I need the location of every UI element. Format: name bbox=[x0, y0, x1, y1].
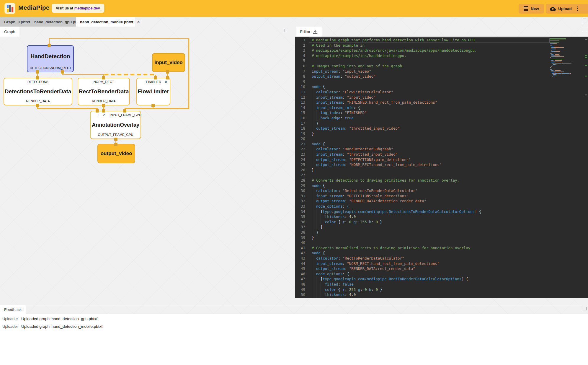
new-button[interactable]: New bbox=[519, 4, 544, 14]
popout-editor-icon[interactable] bbox=[583, 28, 586, 31]
feedback-panel-tab[interactable]: Feedback bbox=[0, 305, 26, 314]
port-connector bbox=[166, 70, 169, 74]
port-connector bbox=[102, 109, 105, 113]
port-connector bbox=[36, 104, 39, 107]
graph-node-annotation-overlay[interactable]: 1 2 INPUT_FRAME_GPU AnnotationOverlay OU… bbox=[90, 111, 141, 139]
graph-node-detections-to-render-data[interactable]: DETECTIONS DetectionsToRenderData RENDER… bbox=[4, 78, 72, 105]
graph-node-input-video[interactable]: input_video bbox=[152, 53, 185, 72]
new-list-icon bbox=[524, 6, 528, 11]
feedback-source: Uploader bbox=[2, 317, 21, 321]
close-icon[interactable]: ✕ bbox=[136, 20, 141, 24]
editor-panel-tab[interactable]: Editor bbox=[296, 27, 322, 37]
port-connector bbox=[151, 104, 155, 107]
port-connector bbox=[36, 76, 39, 79]
graph-panel-tab[interactable]: Graph bbox=[0, 27, 19, 37]
code-editor[interactable]: 1# MediaPipe graph that performs hand de… bbox=[295, 37, 588, 298]
download-icon[interactable] bbox=[313, 30, 318, 34]
graph-edge bbox=[188, 38, 189, 109]
feedback-strip bbox=[0, 305, 588, 314]
graph-node-hand-detection[interactable]: HandDetection DETECTIONS NORM_RECT bbox=[27, 45, 74, 72]
visit-pill: Visit us at mediapipe.dev bbox=[52, 4, 104, 13]
mediapipe-dev-link[interactable]: mediapipe.dev bbox=[74, 6, 100, 10]
graph-node-output-video[interactable]: output_video bbox=[97, 144, 135, 163]
file-tab-hand-detection-gpu[interactable]: hand_detection_gpu.pbtxt ✕ bbox=[30, 17, 82, 27]
editor-overview-ruler[interactable] bbox=[584, 37, 588, 298]
node-output-ports: RENDER_DATA bbox=[6, 99, 69, 103]
upload-button[interactable]: Upload bbox=[546, 4, 588, 14]
graph-back-edge-dashed bbox=[104, 74, 156, 75]
node-input-ports: NORM_RECT bbox=[81, 80, 127, 84]
code-lines[interactable]: 1# MediaPipe graph that performs hand de… bbox=[295, 38, 550, 298]
port-connector bbox=[114, 143, 117, 146]
node-input-ports: DETECTIONS bbox=[6, 80, 69, 84]
feedback-entry: Uploader Uploaded graph 'hand_detection_… bbox=[2, 317, 98, 321]
graph-edge bbox=[125, 108, 189, 109]
cloud-upload-icon bbox=[550, 6, 556, 11]
feedback-entry: Uploader Uploaded graph 'hand_detection_… bbox=[2, 324, 103, 329]
port-connector bbox=[48, 44, 51, 47]
graph-edge bbox=[62, 74, 104, 75]
port-connector bbox=[61, 70, 64, 74]
feedback-message: Uploaded graph 'hand_detection_mobile.pb… bbox=[21, 324, 103, 329]
node-output-ports: DETECTIONS NORM_RECT bbox=[30, 66, 71, 70]
graph-edge bbox=[49, 38, 189, 39]
graph-edge bbox=[37, 108, 98, 109]
graph-node-flow-limiter[interactable]: FINISHED 0 FlowLimiter bbox=[136, 78, 170, 105]
visit-prefix: Visit us at bbox=[56, 6, 73, 10]
mediapipe-logo-icon bbox=[4, 3, 15, 14]
editor-minimap[interactable] bbox=[550, 38, 583, 77]
node-input-ports: 1 2 INPUT_FRAME_GPU bbox=[93, 113, 138, 117]
node-output-ports: OUTPUT_FRAME_GPU bbox=[93, 133, 138, 136]
port-connector bbox=[102, 76, 105, 79]
port-connector bbox=[154, 76, 157, 79]
popout-graph-icon[interactable] bbox=[285, 29, 288, 32]
feedback-message: Uploaded graph 'hand_detection_gpu.pbtxt… bbox=[21, 317, 98, 321]
port-connector bbox=[114, 138, 117, 141]
node-input-ports: FINISHED 0 bbox=[139, 80, 167, 84]
file-tab-hand-detection-mobile[interactable]: hand_detection_mobile.pbtxt ✕ bbox=[76, 17, 135, 27]
port-connector bbox=[102, 104, 105, 107]
popout-top-icon[interactable] bbox=[583, 19, 586, 22]
port-connector bbox=[36, 70, 39, 74]
port-connector bbox=[96, 109, 99, 113]
feedback-body bbox=[0, 314, 588, 365]
mediapipe-visualizer: MediaPipe Visit us at mediapipe.dev New … bbox=[0, 0, 588, 365]
upload-menu-kebab-icon[interactable] bbox=[576, 6, 579, 12]
graph-node-rect-to-render-data[interactable]: NORM_RECT RectToRenderData RENDER_DATA bbox=[78, 78, 130, 105]
port-connector bbox=[166, 76, 169, 79]
app-title: MediaPipe bbox=[18, 4, 50, 11]
port-connector bbox=[123, 109, 126, 113]
app-bar: MediaPipe Visit us at mediapipe.dev New … bbox=[0, 0, 588, 17]
node-output-ports: RENDER_DATA bbox=[81, 99, 127, 103]
feedback-source: Uploader bbox=[2, 324, 21, 329]
